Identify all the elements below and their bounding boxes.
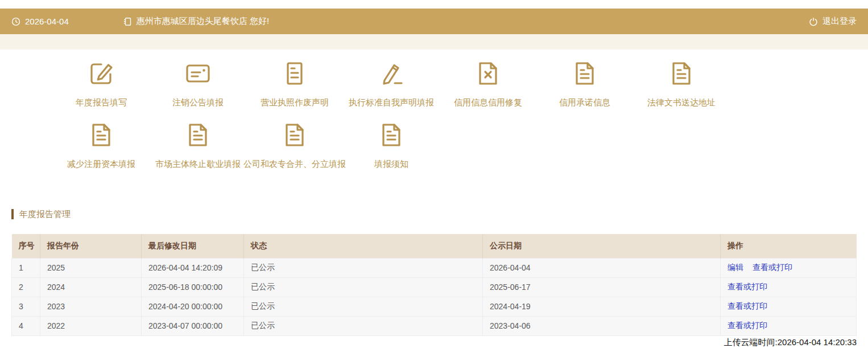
table-row: 420222023-04-07 00:00:00已公示2023-04-06查看或… — [12, 316, 857, 335]
table-row: 320232024-04-20 00:00:00已公示2024-04-19查看或… — [12, 297, 857, 316]
annual-report-table: 序号 报告年份 最后修改日期 状态 公示日期 操作 120252026-04-0… — [11, 234, 857, 336]
header-index: 序号 — [12, 234, 40, 258]
company-greeting: 惠州市惠城区厝边头尾餐饮店 您好! — [137, 16, 269, 27]
cell-publish-date: 2023-04-06 — [483, 316, 721, 335]
menu-item-label: 营业执照作废声明 — [261, 97, 329, 108]
menu-row-2: 减少注册资本填报市场主体终止歇业填报公司和农专合并、分立填报填报须知 — [53, 121, 868, 183]
view-print-link[interactable]: 查看或打印 — [753, 263, 792, 272]
annual-report-table-wrap: 序号 报告年份 最后修改日期 状态 公示日期 操作 120252026-04-0… — [11, 234, 857, 336]
edit-square-icon — [88, 60, 115, 87]
menu-item-label: 注销公告填报 — [172, 97, 224, 108]
header-publish-date: 公示日期 — [483, 234, 721, 258]
edit-link[interactable]: 编辑 — [728, 263, 743, 272]
menu-item-reduce-capital[interactable]: 减少注册资本填报 — [53, 121, 150, 183]
topbar-substrip — [0, 34, 868, 50]
view-print-link[interactable]: 查看或打印 — [728, 301, 767, 310]
upload-time-text: 上传云端时间:2026-04-04 14:20:33 — [0, 337, 857, 348]
document-fold-icon — [668, 60, 695, 87]
cell-status: 已公示 — [244, 297, 483, 316]
document-fold-icon — [378, 121, 405, 149]
cell-publish-date: 2026-04-04 — [483, 258, 721, 277]
document-lines-icon — [281, 60, 308, 87]
menu-item-annual-report-write[interactable]: 年度报告填写 — [53, 60, 150, 121]
document-fold-icon — [281, 121, 308, 149]
cell-actions: 查看或打印 — [721, 297, 857, 316]
menu-item-label: 减少注册资本填报 — [67, 159, 135, 169]
view-print-link[interactable]: 查看或打印 — [728, 282, 767, 291]
menu-item-filing-notice[interactable]: 填报须知 — [343, 121, 440, 183]
topbar: 2026-04-04 惠州市惠城区厝边头尾餐饮店 您好! 退出登录 — [0, 9, 868, 34]
card-announcement-icon — [184, 60, 212, 87]
document-fold-icon — [88, 121, 115, 149]
cell-status: 已公示 — [244, 316, 483, 335]
cell-year: 2025 — [40, 258, 142, 277]
menu-item-label: 信用信息信用修复 — [454, 97, 522, 108]
document-fold-icon — [571, 60, 598, 87]
annual-report-table-body: 120252026-04-04 14:20:09已公示2026-04-04编辑查… — [12, 258, 857, 335]
cell-index: 4 — [12, 316, 40, 335]
cell-index: 3 — [12, 297, 40, 316]
cell-status: 已公示 — [244, 258, 483, 277]
menu-item-merger-division[interactable]: 公司和农专合并、分立填报 — [246, 121, 343, 183]
header-status: 状态 — [244, 234, 483, 258]
document-x-icon — [474, 60, 502, 87]
menu-item-label: 执行标准自我声明填报 — [349, 97, 434, 108]
table-row: 120252026-04-04 14:20:09已公示2026-04-04编辑查… — [12, 258, 857, 277]
menu-item-credit-commitment[interactable]: 信用承诺信息 — [536, 60, 633, 121]
topbar-date-group: 2026-04-04 — [11, 17, 69, 26]
menu-item-license-void-declare[interactable]: 营业执照作废声明 — [246, 60, 343, 121]
cell-index: 1 — [12, 258, 40, 277]
function-menu: 年度报告填写注销公告填报营业执照作废声明执行标准自我声明填报信用信息信用修复信用… — [0, 50, 868, 183]
cell-modified: 2023-04-07 00:00:00 — [142, 316, 244, 335]
organization-icon — [123, 17, 132, 26]
cell-year: 2024 — [40, 277, 142, 297]
cell-actions: 查看或打印 — [721, 277, 857, 297]
section-header: 年度报告管理 — [11, 209, 868, 219]
menu-item-label: 公司和农专合并、分立填报 — [243, 159, 346, 169]
logout-label: 退出登录 — [822, 16, 857, 27]
cell-modified: 2026-04-04 14:20:09 — [142, 258, 244, 277]
power-icon — [809, 17, 818, 26]
cell-year: 2023 — [40, 297, 142, 316]
pencil-sign-icon — [378, 60, 405, 87]
menu-item-label: 年度报告填写 — [76, 97, 127, 108]
cell-modified: 2024-04-20 00:00:00 — [142, 297, 244, 316]
logout-button[interactable]: 退出登录 — [809, 16, 857, 27]
section-accent-bar — [11, 209, 14, 219]
table-header-row: 序号 报告年份 最后修改日期 状态 公示日期 操作 — [12, 234, 857, 258]
menu-item-business-closure[interactable]: 市场主体终止歇业填报 — [150, 121, 246, 183]
view-print-link[interactable]: 查看或打印 — [728, 321, 767, 330]
cell-publish-date: 2024-04-19 — [483, 297, 721, 316]
cell-status: 已公示 — [244, 277, 483, 297]
menu-item-credit-repair[interactable]: 信用信息信用修复 — [440, 60, 536, 121]
cell-actions: 编辑查看或打印 — [721, 258, 857, 277]
section-title: 年度报告管理 — [19, 209, 71, 220]
menu-item-label: 填报须知 — [374, 159, 408, 169]
cell-index: 2 — [12, 277, 40, 297]
header-modified: 最后修改日期 — [142, 234, 244, 258]
header-actions: 操作 — [721, 234, 857, 258]
cell-modified: 2025-06-18 00:00:00 — [142, 277, 244, 297]
menu-item-cancellation-notice[interactable]: 注销公告填报 — [150, 60, 246, 121]
menu-item-standard-self-declare[interactable]: 执行标准自我声明填报 — [343, 60, 440, 121]
topbar-date: 2026-04-04 — [25, 17, 69, 26]
document-fold-icon — [184, 121, 212, 149]
menu-item-legal-doc-address[interactable]: 法律文书送达地址 — [633, 60, 730, 121]
menu-row-1: 年度报告填写注销公告填报营业执照作废声明执行标准自我声明填报信用信息信用修复信用… — [53, 60, 868, 121]
table-row: 220242025-06-18 00:00:00已公示2025-06-17查看或… — [12, 277, 857, 297]
cell-publish-date: 2025-06-17 — [483, 277, 721, 297]
clock-icon — [11, 17, 20, 26]
menu-item-label: 信用承诺信息 — [559, 97, 610, 108]
menu-item-label: 市场主体终止歇业填报 — [155, 159, 241, 169]
cell-year: 2022 — [40, 316, 142, 335]
cell-actions: 查看或打印 — [721, 316, 857, 335]
menu-item-label: 法律文书送达地址 — [647, 97, 716, 108]
topbar-company-group: 惠州市惠城区厝边头尾餐饮店 您好! — [123, 16, 269, 27]
header-year: 报告年份 — [40, 234, 142, 258]
